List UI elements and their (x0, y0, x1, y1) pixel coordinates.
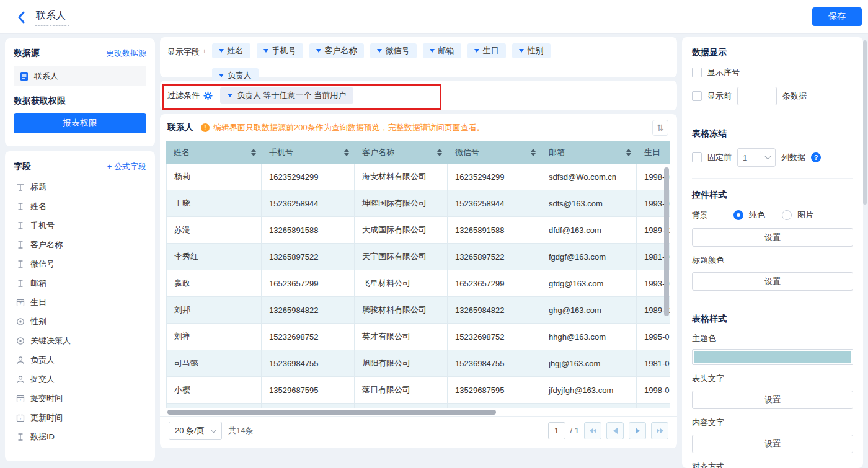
field-item[interactable]: 7提交时间 (14, 389, 146, 408)
report-permission-button[interactable]: 报表权限 (14, 113, 146, 133)
display-field-chip[interactable]: 邮箱 (423, 43, 461, 58)
display-field-chip[interactable]: 手机号 (257, 43, 303, 58)
freeze-count-select[interactable]: 1 (737, 148, 776, 167)
sort-toggle-button[interactable]: ⇅ (652, 120, 668, 136)
fields-card: 字段 + 公式字段 标题姓名手机号客户名称微信号邮箱7生日性别关键决策人负责人提… (5, 151, 155, 461)
display-field-chip[interactable]: 微信号 (370, 43, 417, 58)
column-header[interactable]: 微信号 (448, 141, 541, 164)
show-index-label: 显示序号 (707, 67, 740, 78)
show-first-count-input[interactable] (737, 87, 777, 105)
display-field-chip[interactable]: 姓名 (212, 43, 250, 58)
help-icon[interactable]: ? (811, 152, 821, 162)
first-page-button[interactable] (584, 422, 601, 439)
text-icon (16, 240, 25, 249)
table-row: 苏漫13265891588大成国际有限公司13265891588dfdf@163… (166, 217, 670, 244)
column-header[interactable]: 姓名 (166, 141, 262, 164)
chip-label: 手机号 (272, 45, 296, 56)
chevron-down-icon (377, 49, 382, 53)
table-cell: 16523657299 (262, 270, 355, 296)
bg-solid-radio[interactable] (733, 210, 743, 220)
field-item-label: 手机号 (30, 220, 55, 231)
table-cell: 15236258944 (262, 190, 355, 216)
freeze-checkbox[interactable] (692, 152, 702, 162)
title-color-set-button[interactable]: 设置 (692, 272, 853, 291)
gear-icon[interactable] (203, 91, 213, 100)
sort-arrows-icon[interactable] (531, 149, 536, 156)
change-datasource-link[interactable]: 更改数据源 (106, 48, 146, 59)
datasource-item-label: 联系人 (34, 71, 58, 82)
field-item[interactable]: 7生日 (14, 293, 146, 312)
add-formula-field-link[interactable]: + 公式字段 (107, 161, 146, 172)
table-cell: 13265897522 (262, 244, 355, 270)
chip-label: 负责人 (228, 70, 252, 81)
table-cell: 杨莉 (166, 164, 262, 190)
current-page-input[interactable]: 1 (548, 422, 565, 439)
field-item[interactable]: 姓名 (14, 196, 146, 216)
column-header[interactable]: 生日 (637, 141, 670, 164)
table-cell: 1995-01 (637, 324, 670, 350)
show-first-checkbox[interactable] (692, 91, 702, 101)
table-cell: dfdf@163.com (541, 217, 637, 243)
chip-label: 微信号 (386, 45, 410, 56)
sort-arrows-icon[interactable] (344, 149, 349, 156)
add-display-field-button[interactable]: + (202, 43, 207, 71)
field-item[interactable]: 负责人 (14, 350, 146, 369)
table-row: 刘禅15232698752英才有限公司15232698752hhgh@163.c… (166, 324, 670, 350)
table-cell: 13265891588 (448, 217, 541, 243)
back-icon[interactable] (17, 11, 29, 24)
field-item[interactable]: 微信号 (14, 254, 146, 273)
table-cell (448, 404, 541, 408)
field-item[interactable]: 手机号 (14, 216, 146, 235)
sort-desc-icon (626, 153, 631, 156)
field-item[interactable]: 性别 (14, 312, 146, 331)
background-set-button[interactable]: 设置 (692, 228, 853, 247)
next-page-button[interactable] (629, 422, 646, 439)
last-page-button[interactable] (651, 422, 668, 439)
field-list: 标题姓名手机号客户名称微信号邮箱7生日性别关键决策人负责人提交人7提交时间7更新… (14, 177, 146, 446)
page-size-select[interactable]: 20 条/页 (169, 422, 222, 440)
field-item[interactable]: 数据ID (14, 427, 146, 446)
table-cell (637, 404, 670, 408)
chevron-down-icon (430, 49, 435, 53)
table-horizontal-scrollbar[interactable] (167, 410, 496, 415)
field-item[interactable]: 标题 (14, 177, 146, 196)
sort-asc-icon (626, 149, 631, 152)
page-scrollbar[interactable] (863, 40, 867, 205)
display-field-chip[interactable]: 生日 (467, 43, 506, 58)
field-item-label: 姓名 (30, 201, 46, 212)
page-title[interactable]: 联系人 (35, 9, 69, 26)
bg-image-radio[interactable] (782, 210, 792, 220)
show-index-checkbox[interactable] (692, 68, 702, 77)
column-header[interactable]: 客户名称 (355, 141, 448, 164)
filter-condition-chip[interactable]: 负责人 等于任意一个 当前用户 (220, 87, 353, 104)
field-item[interactable]: 邮箱 (14, 273, 146, 293)
field-item[interactable]: 客户名称 (14, 235, 146, 254)
prev-page-button[interactable] (606, 422, 624, 439)
table-cell: 1981-06 (637, 350, 670, 376)
field-item[interactable]: 关键决策人 (14, 331, 146, 350)
field-item[interactable]: 提交人 (14, 369, 146, 389)
column-header[interactable]: 邮箱 (541, 141, 637, 164)
field-item-label: 数据ID (30, 431, 55, 443)
table-cell: 坤曜国际有限公司 (355, 190, 448, 216)
sort-arrows-icon[interactable] (437, 149, 442, 156)
table-cell: 刘邦 (166, 297, 262, 323)
save-button[interactable]: 保存 (812, 7, 862, 26)
table-vertical-scrollbar[interactable] (664, 167, 669, 316)
field-item[interactable]: 7更新时间 (14, 408, 146, 427)
sort-arrows-icon[interactable] (251, 149, 256, 156)
column-header[interactable]: 手机号 (262, 141, 355, 164)
svg-text:7: 7 (19, 302, 22, 306)
datasource-item[interactable]: 联系人 (14, 66, 146, 86)
sort-arrows-icon[interactable] (626, 149, 631, 156)
table-row (166, 404, 670, 408)
display-field-chip[interactable]: 性别 (512, 43, 551, 58)
content-text-set-button[interactable]: 设置 (692, 435, 853, 453)
header-text-set-button[interactable]: 设置 (692, 391, 853, 409)
theme-color-picker[interactable] (692, 349, 853, 365)
table-row: 李秀红13265897522天宇国际有限公司13265897522fgdgf@1… (166, 244, 670, 270)
table-cell: 李秀红 (166, 244, 262, 270)
title-icon (16, 182, 25, 192)
column-header-label: 微信号 (455, 147, 479, 158)
display-field-chip[interactable]: 客户名称 (309, 43, 364, 58)
